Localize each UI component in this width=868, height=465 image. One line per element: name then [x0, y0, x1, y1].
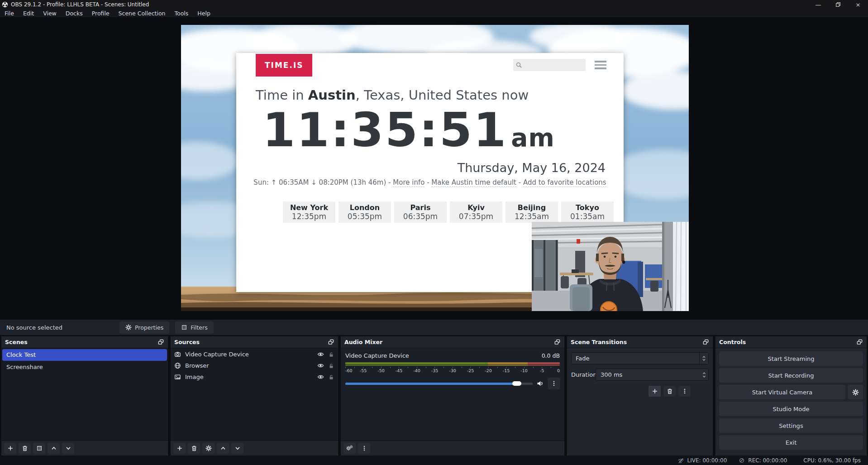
spin-down-icon[interactable] — [702, 375, 706, 378]
cpu-status: CPU: 0.6%, 30.00 fps — [803, 457, 861, 464]
add-source-button[interactable] — [173, 443, 186, 454]
eye-icon[interactable] — [317, 362, 324, 369]
add-transition-button[interactable] — [649, 386, 661, 397]
city-kyiv[interactable]: Kyiv07:35pm — [450, 201, 502, 223]
virtual-camera-settings-button[interactable] — [848, 385, 863, 399]
selected-source-toolbar: No source selected Properties Filters — [0, 319, 868, 336]
start-streaming-button[interactable]: Start Streaming — [719, 351, 863, 366]
duration-spinbox[interactable]: 300 ms — [596, 369, 709, 381]
mixer-options-button[interactable] — [548, 378, 560, 389]
popout-icon[interactable] — [554, 339, 561, 345]
move-scene-up-button[interactable] — [48, 443, 60, 454]
speaker-icon[interactable] — [537, 380, 544, 387]
spin-up-icon[interactable] — [702, 372, 706, 374]
scene-item-screenshare[interactable]: Screenshare — [2, 361, 167, 373]
source-properties-button[interactable] — [202, 443, 215, 454]
rec-status: REC: 00:00:00 — [739, 457, 787, 464]
hamburger-menu-icon[interactable] — [595, 61, 606, 69]
move-scene-down-button[interactable] — [62, 443, 74, 454]
mixer-toolbar — [341, 441, 564, 455]
trash-icon — [191, 445, 197, 451]
transition-select[interactable]: Fade — [571, 352, 709, 364]
filters-button[interactable]: Filters — [175, 321, 213, 334]
popout-icon[interactable] — [328, 339, 334, 345]
chevron-up-icon — [702, 355, 706, 358]
lock-icon[interactable] — [328, 363, 334, 369]
add-favorite-link[interactable]: Add to favorite locations — [523, 178, 606, 187]
start-recording-button[interactable]: Start Recording — [719, 368, 863, 383]
menu-profile[interactable]: Profile — [87, 9, 114, 18]
studio-mode-button[interactable]: Studio Mode — [719, 402, 863, 416]
world-clock-row: New York12:35pm London05:35pm Paris06:35… — [283, 201, 624, 223]
sun-info-line: Sun: ↑ 06:35AM ↓ 08:20PM (13h 46m) - Mor… — [236, 178, 624, 187]
menu-docks[interactable]: Docks — [61, 9, 87, 18]
remove-transition-button[interactable] — [663, 386, 676, 397]
menu-tools[interactable]: Tools — [170, 9, 193, 18]
sources-list: Video Capture Device Browser Image — [171, 348, 338, 441]
kebab-icon — [361, 445, 367, 451]
duration-label: Duration — [571, 371, 596, 378]
menu-help[interactable]: Help — [193, 9, 215, 18]
volume-slider-handle[interactable] — [512, 381, 521, 386]
mixer-channel: Video Capture Device 0.0 dB -60 -55 -50 … — [341, 348, 564, 441]
menu-view[interactable]: View — [38, 9, 61, 18]
timeis-logo[interactable]: TIME.IS — [256, 54, 312, 77]
transition-properties-button[interactable] — [678, 386, 691, 397]
menu-scene-collection[interactable]: Scene Collection — [114, 9, 170, 18]
lock-icon[interactable] — [328, 351, 334, 358]
sources-toolbar — [171, 441, 338, 455]
city-beijing[interactable]: Beijing12:35am — [506, 201, 558, 223]
scene-filters-button[interactable] — [33, 443, 45, 454]
live-status: LIVE: 00:00:00 — [677, 457, 727, 464]
scene-item-clock-test[interactable]: Clock Test — [2, 349, 167, 361]
volume-slider[interactable] — [345, 383, 533, 385]
more-info-link[interactable]: More info — [393, 178, 424, 187]
chevron-up-icon — [220, 445, 226, 451]
source-row-image[interactable]: Image — [171, 371, 338, 383]
page-title: Time in Austin, Texas, United States now — [256, 87, 624, 103]
minimize-button[interactable]: — — [808, 0, 828, 9]
advanced-audio-button[interactable] — [343, 443, 356, 454]
move-source-up-button[interactable] — [217, 443, 229, 454]
combo-stepper[interactable] — [699, 353, 708, 364]
city-newyork[interactable]: New York12:35pm — [283, 201, 335, 223]
remove-scene-button[interactable] — [19, 443, 31, 454]
settings-button[interactable]: Settings — [719, 418, 863, 433]
source-row-video-capture[interactable]: Video Capture Device — [171, 349, 338, 360]
volume-meter — [345, 362, 560, 366]
record-off-icon — [739, 457, 745, 464]
city-london[interactable]: London05:35pm — [339, 201, 391, 223]
camera-icon — [174, 351, 181, 358]
mixer-db-value: 0.0 dB — [542, 352, 560, 359]
close-button[interactable]: × — [848, 0, 868, 9]
eye-icon[interactable] — [317, 374, 324, 380]
properties-button[interactable]: Properties — [119, 321, 169, 334]
search-input[interactable] — [513, 59, 586, 71]
city-tokyo[interactable]: Tokyo01:35am — [561, 201, 614, 223]
scenes-dock: Scenes Clock Test Screenshare — [1, 336, 168, 456]
city-paris[interactable]: Paris06:35pm — [394, 201, 447, 223]
eye-icon[interactable] — [317, 351, 324, 358]
transitions-header: Scene Transitions — [567, 336, 713, 348]
restore-button[interactable] — [828, 0, 848, 9]
preview-area: TIME.IS Time in Austin, Texas, United St… — [0, 18, 868, 319]
trash-icon — [667, 388, 673, 394]
menu-file[interactable]: File — [0, 9, 19, 18]
popout-icon[interactable] — [157, 339, 164, 345]
remove-source-button[interactable] — [188, 443, 200, 454]
plus-icon — [176, 445, 183, 451]
popout-icon[interactable] — [702, 339, 709, 345]
webcam-overlay[interactable] — [532, 222, 689, 311]
exit-button[interactable]: Exit — [719, 435, 863, 450]
lock-icon[interactable] — [328, 374, 334, 380]
mixer-menu-button[interactable] — [358, 443, 370, 454]
popout-icon[interactable] — [856, 339, 863, 345]
filter-icon — [181, 324, 187, 331]
start-virtual-camera-button[interactable]: Start Virtual Camera — [719, 385, 845, 399]
source-row-browser[interactable]: Browser — [171, 360, 338, 371]
make-default-link[interactable]: Make Austin time default — [431, 178, 516, 187]
move-source-down-button[interactable] — [231, 443, 243, 454]
add-scene-button[interactable] — [4, 443, 16, 454]
preview-canvas[interactable]: TIME.IS Time in Austin, Texas, United St… — [181, 25, 689, 311]
menu-edit[interactable]: Edit — [19, 9, 38, 18]
